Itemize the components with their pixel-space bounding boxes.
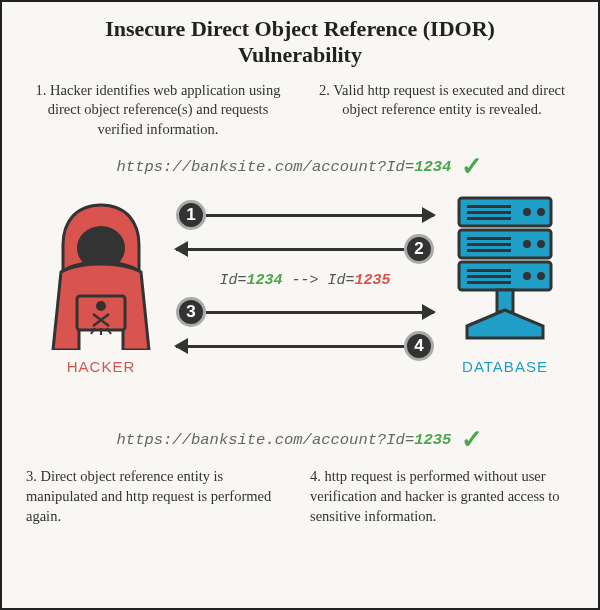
step-2-text: 2. Valid http request is executed and di… <box>310 81 574 140</box>
diagram-frame: Insecure Direct Object Reference (IDOR) … <box>0 0 600 610</box>
badge-3: 3 <box>176 297 206 327</box>
arrow-2: 2 <box>176 232 434 266</box>
svg-point-19 <box>523 272 531 280</box>
arrow-left-icon <box>176 345 404 348</box>
svg-rect-16 <box>467 269 511 272</box>
diagram-body: HACKER DATABASE 1 2 Id=1234 --> Id=1235 … <box>26 190 574 420</box>
svg-point-20 <box>537 272 545 280</box>
step-1-text: 1. Hacker identifies web application usi… <box>26 81 290 140</box>
svg-rect-17 <box>467 275 511 278</box>
bottom-steps: 3. Direct object reference entity is man… <box>2 459 598 538</box>
url-valid: https://banksite.com/account?Id=1234 <box>117 158 452 176</box>
step-3-text: 3. Direct object reference entity is man… <box>26 467 290 526</box>
svg-point-9 <box>523 208 531 216</box>
svg-rect-13 <box>467 249 511 252</box>
check-icon: ✓ <box>461 424 483 455</box>
url-tamper: https://banksite.com/account?Id=1235 <box>117 431 452 449</box>
arrow-3: 3 <box>176 295 434 329</box>
arrows-group: 1 2 Id=1234 --> Id=1235 3 4 <box>176 198 434 363</box>
id-change-text: Id=1234 --> Id=1235 <box>176 266 434 295</box>
hacker-icon <box>41 200 161 350</box>
top-steps: 1. Hacker identifies web application usi… <box>2 77 598 148</box>
svg-rect-8 <box>467 217 511 220</box>
arrow-1: 1 <box>176 198 434 232</box>
arrow-right-icon <box>206 214 434 217</box>
arrow-left-icon <box>176 248 404 251</box>
svg-point-10 <box>537 208 545 216</box>
arrow-4: 4 <box>176 329 434 363</box>
database-icon <box>445 190 565 350</box>
database-label: DATABASE <box>440 358 570 375</box>
svg-rect-11 <box>467 237 511 240</box>
svg-point-14 <box>523 240 531 248</box>
database-figure: DATABASE <box>440 190 570 375</box>
step-4-text: 4. http request is performed without use… <box>310 467 574 526</box>
badge-1: 1 <box>176 200 206 230</box>
svg-point-2 <box>96 301 106 311</box>
hacker-label: HACKER <box>36 358 166 375</box>
check-icon: ✓ <box>461 151 483 182</box>
svg-rect-18 <box>467 281 511 284</box>
badge-2: 2 <box>404 234 434 264</box>
hacker-figure: HACKER <box>36 200 166 375</box>
svg-rect-12 <box>467 243 511 246</box>
svg-rect-6 <box>467 205 511 208</box>
svg-point-15 <box>537 240 545 248</box>
svg-rect-7 <box>467 211 511 214</box>
badge-4: 4 <box>404 331 434 361</box>
url-valid-row: https://banksite.com/account?Id=1234 ✓ <box>2 147 598 186</box>
url-tamper-row: https://banksite.com/account?Id=1235 ✓ <box>2 420 598 459</box>
arrow-right-icon <box>206 311 434 314</box>
page-title: Insecure Direct Object Reference (IDOR) … <box>2 2 598 77</box>
